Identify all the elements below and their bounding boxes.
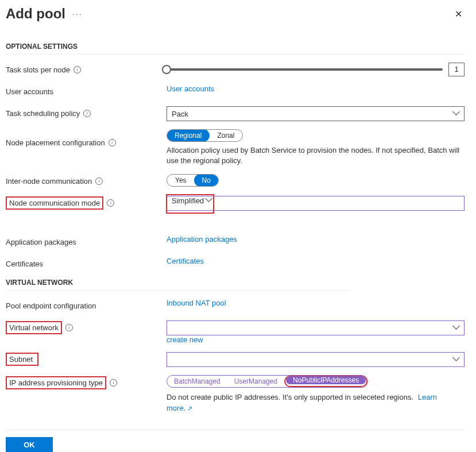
commmode-select[interactable]: Simplified <box>167 196 465 211</box>
placement-regional[interactable]: Regional <box>167 129 210 142</box>
info-icon[interactable]: i <box>110 379 117 387</box>
header-row: Add pool ··· ✕ <box>6 6 465 39</box>
ip-provision-label: IP address provisioning type <box>9 378 103 387</box>
ip-provision-toggle[interactable]: BatchManaged UserManaged NoPublicIPAddre… <box>167 375 368 388</box>
ip-provision-description: Do not create public IP addresses. It's … <box>167 392 465 413</box>
section-virtual-network: VIRTUAL NETWORK <box>6 279 350 291</box>
certificates-link[interactable]: Certificates <box>167 257 204 265</box>
info-icon[interactable]: i <box>109 139 116 146</box>
vnet-label: Virtual network <box>9 323 59 332</box>
chevron-down-icon <box>454 325 459 331</box>
commmode-value: Simplified <box>172 196 204 205</box>
ok-button[interactable]: OK <box>6 437 53 452</box>
certificates-label: Certificates <box>6 260 43 268</box>
ip-usermanaged[interactable]: UserManaged <box>227 376 284 387</box>
scheduling-select[interactable]: Pack <box>167 106 465 121</box>
subnet-select[interactable] <box>167 352 465 367</box>
placement-toggle[interactable]: Regional Zonal <box>167 129 243 142</box>
chevron-down-icon <box>454 111 459 117</box>
create-new-link[interactable]: create new <box>167 335 203 344</box>
chevron-down-icon <box>454 357 459 362</box>
external-link-icon: ↗ <box>187 405 192 412</box>
task-slots-slider[interactable] <box>167 68 443 71</box>
vnet-select[interactable] <box>167 320 465 335</box>
section-optional-settings: OPTIONAL SETTINGS <box>6 43 465 55</box>
ip-batchmanaged[interactable]: BatchManaged <box>167 376 227 387</box>
scheduling-label: Task scheduling policy <box>6 109 80 118</box>
info-icon[interactable]: i <box>73 66 81 74</box>
internode-label: Inter-node communication <box>6 177 92 186</box>
internode-toggle[interactable]: Yes No <box>167 174 219 187</box>
info-icon[interactable]: i <box>65 324 73 331</box>
chevron-down-icon <box>206 198 212 203</box>
info-icon[interactable]: i <box>95 177 103 185</box>
placement-label: Node placement configuration <box>6 138 105 147</box>
info-icon[interactable]: i <box>83 110 91 117</box>
endpoint-label: Pool endpoint configuration <box>6 302 96 310</box>
app-packages-link[interactable]: Application packages <box>167 235 237 244</box>
placement-zonal[interactable]: Zonal <box>209 130 242 141</box>
user-accounts-label: User accounts <box>6 87 53 96</box>
internode-no[interactable]: No <box>194 174 219 187</box>
close-icon[interactable]: ✕ <box>455 9 465 20</box>
endpoint-link[interactable]: Inbound NAT pool <box>167 299 226 307</box>
user-accounts-link[interactable]: User accounts <box>167 84 214 93</box>
ip-nopublic[interactable]: NoPublicIPAddresses <box>286 376 366 384</box>
commmode-label: Node communication mode <box>9 199 100 207</box>
footer: OK <box>6 430 465 452</box>
scheduling-value: Pack <box>172 110 188 118</box>
more-menu-icon[interactable]: ··· <box>72 9 83 18</box>
app-packages-label: Application packages <box>6 238 76 246</box>
slider-thumb[interactable] <box>162 65 171 74</box>
task-slots-label: Task slots per node <box>6 65 70 74</box>
page-title: Add pool <box>6 6 65 22</box>
task-slots-value[interactable]: 1 <box>448 63 465 76</box>
subnet-label: Subnet <box>9 355 33 364</box>
info-icon[interactable]: i <box>107 199 114 207</box>
internode-yes[interactable]: Yes <box>167 175 195 186</box>
placement-description: Allocation policy used by Batch Service … <box>167 145 465 166</box>
